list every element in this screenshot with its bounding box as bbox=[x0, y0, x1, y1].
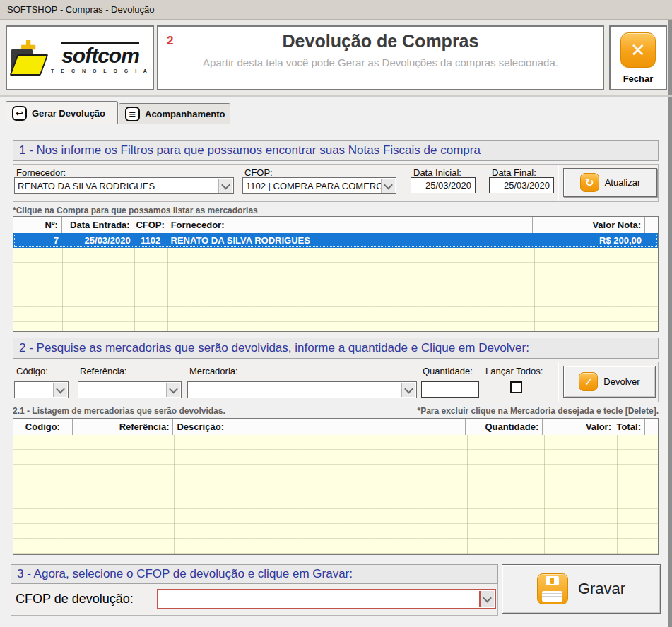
section2-note-left: 2.1 - Listagem de mercadorias que serão … bbox=[13, 406, 225, 416]
gravar-button[interactable]: Gravar bbox=[502, 564, 661, 614]
panel-divider bbox=[558, 362, 559, 402]
tab-gerar-devolucao[interactable]: ↩ Gerar Devolução bbox=[6, 101, 118, 124]
brand-name: softcom bbox=[61, 42, 139, 66]
compras-table-body[interactable]: 7 25/03/2020 1102 RENATO DA SILVA RODRIG… bbox=[13, 233, 658, 331]
tab-label: Gerar Devolução bbox=[32, 108, 105, 119]
chevron-down-icon[interactable] bbox=[479, 591, 494, 607]
refresh-icon: ↻ bbox=[580, 173, 599, 192]
atualizar-button[interactable]: ↻ Atualizar bbox=[563, 168, 657, 197]
chevron-down-icon[interactable] bbox=[381, 179, 395, 193]
compras-table: Nº: Data Entrada: CFOP: Fornecedor: Valo… bbox=[13, 216, 659, 332]
softcom-logo: softcom T E C N O L O G I A bbox=[6, 25, 154, 90]
devolver-button[interactable]: ✓ Devolver bbox=[563, 366, 656, 398]
referencia-label: Referência: bbox=[80, 366, 126, 376]
check-icon: ✓ bbox=[579, 372, 598, 391]
list-document-icon: ≡ bbox=[125, 107, 140, 121]
section2-title: 2 - Pesquise as mercadorias que serão de… bbox=[13, 338, 659, 359]
codigo-select[interactable] bbox=[14, 381, 69, 398]
mercadoria-select[interactable] bbox=[187, 381, 417, 398]
codigo-label: Código: bbox=[16, 366, 48, 376]
close-button-label: Fechar bbox=[623, 73, 654, 84]
compra-row-selected[interactable]: 7 25/03/2020 1102 RENATO DA SILVA RODRIG… bbox=[13, 233, 658, 248]
window-title: SOFTSHOP - Compras - Devolução bbox=[7, 4, 155, 15]
lancar-todos-checkbox[interactable] bbox=[510, 381, 522, 393]
page-subtitle: Apartir desta tela você pode Gerar as De… bbox=[157, 56, 604, 68]
quantidade-field[interactable] bbox=[421, 381, 479, 398]
mercadorias-table: Código: Referência: Descrição: Quantidad… bbox=[13, 418, 659, 555]
chevron-down-icon[interactable] bbox=[401, 383, 415, 397]
fornecedor-select[interactable]: RENATO DA SILVA RODRIGUES bbox=[14, 177, 234, 194]
fornecedor-label: Fornecedor: bbox=[16, 167, 66, 178]
tab-acompanhamento[interactable]: ≡ Acompanhamento bbox=[119, 103, 230, 124]
save-floppy-icon bbox=[537, 573, 568, 604]
chevron-down-icon[interactable] bbox=[218, 179, 232, 193]
section1-title: 1 - Nos informe os Filtros para que poss… bbox=[13, 140, 659, 161]
cfop-label: CFOP: bbox=[244, 167, 273, 178]
brand-tagline: T E C N O L O G I A bbox=[51, 68, 150, 73]
data-final-label: Data Final: bbox=[492, 167, 536, 178]
cfop-select[interactable]: 1102 | COMPRA PARA COMERCIA bbox=[242, 177, 396, 194]
chevron-down-icon[interactable] bbox=[53, 383, 67, 397]
tab-label: Acompanhamento bbox=[145, 109, 225, 119]
folder-icon bbox=[10, 40, 47, 76]
return-document-icon: ↩ bbox=[12, 106, 27, 121]
cfop-devolucao-label: CFOP de devolução: bbox=[16, 592, 134, 607]
data-inicial-label: Data Inicial: bbox=[413, 167, 461, 178]
atualizar-label: Atualizar bbox=[605, 177, 641, 188]
panel-divider bbox=[558, 165, 559, 201]
gravar-label: Gravar bbox=[578, 580, 625, 598]
section1-note: *Clique na Compra para que possamos list… bbox=[13, 205, 258, 215]
cfop-devolucao-select[interactable] bbox=[157, 589, 496, 609]
devolucao-window: SOFTSHOP - Compras - Devolução softcom T… bbox=[0, 0, 672, 627]
quantidade-label: Quantidade: bbox=[423, 366, 473, 376]
mercadoria-label: Mercadoria: bbox=[189, 366, 238, 376]
close-button[interactable]: ✕ Fechar bbox=[609, 25, 667, 90]
section3-title: 3 - Agora, selecione o CFOP de devolução… bbox=[11, 564, 498, 584]
close-icon: ✕ bbox=[620, 32, 656, 68]
referencia-select[interactable] bbox=[78, 381, 182, 398]
section2-note-right: *Para excluir clique na Mercadoria desej… bbox=[353, 406, 659, 416]
data-final-field[interactable]: 25/03/2020 bbox=[489, 177, 554, 193]
chevron-down-icon[interactable] bbox=[166, 383, 180, 397]
mercadorias-table-header: Código: Referência: Descrição: Quantidad… bbox=[13, 419, 658, 436]
lancar-todos-label: Lançar Todos: bbox=[485, 366, 543, 376]
window-right-border bbox=[668, 20, 672, 627]
mercadorias-table-body[interactable] bbox=[13, 435, 658, 554]
page-title: Devolução de Compras bbox=[157, 31, 604, 52]
data-inicial-field[interactable]: 25/03/2020 bbox=[411, 177, 476, 193]
window-titlebar: SOFTSHOP - Compras - Devolução bbox=[0, 0, 672, 20]
devolver-label: Devolver bbox=[603, 376, 639, 387]
header-divider bbox=[0, 95, 672, 97]
compras-table-header: Nº: Data Entrada: CFOP: Fornecedor: Valo… bbox=[13, 217, 658, 234]
